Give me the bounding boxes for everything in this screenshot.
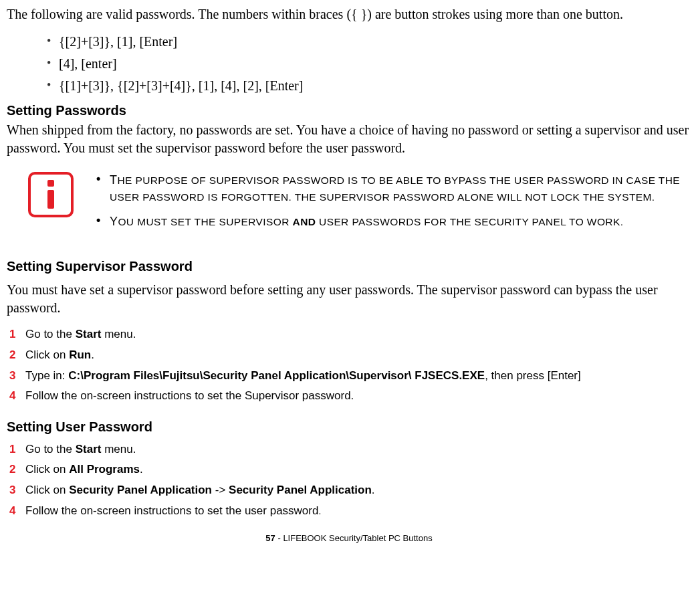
pw-example-3: {[1]+[3]}, {[2]+[3]+[4]}, [1], [4], [2],… [47, 77, 691, 95]
info-bullet-2: YOU MUST SET THE SUPERVISOR AND USER PAS… [94, 213, 691, 231]
page-footer: 57 - LIFEBOOK Security/Tablet PC Buttons [7, 532, 691, 544]
user-step-3: Click on Security Panel Application -> S… [7, 482, 691, 499]
page-number: 57 [265, 533, 275, 543]
footer-text: - LIFEBOOK Security/Tablet PC Buttons [275, 533, 433, 543]
setting-passwords-heading: Setting Passwords [7, 102, 691, 120]
supervisor-step-2: Click on Run. [7, 347, 691, 364]
info-content: THE PURPOSE OF SUPERVISOR PASSWORD IS TO… [94, 169, 691, 239]
info-icon [28, 172, 74, 217]
password-example-list: {[2]+[3]}, [1], [Enter] [4], [enter] {[1… [7, 33, 691, 95]
user-step-4: Follow the on-screen instructions to set… [7, 503, 691, 520]
supervisor-step-3: Type in: C:\Program Files\Fujitsu\Securi… [7, 368, 691, 385]
pw-example-2: [4], [enter] [47, 55, 691, 73]
supervisor-step-4: Follow the on-screen instructions to set… [7, 388, 691, 405]
supervisor-steps: Go to the Start menu. Click on Run. Type… [7, 326, 691, 405]
supervisor-password-heading: Setting Supervisor Password [7, 258, 691, 276]
user-steps: Go to the Start menu. Click on All Progr… [7, 441, 691, 520]
supervisor-step-1: Go to the Start menu. [7, 326, 691, 343]
pw-example-1: {[2]+[3]}, [1], [Enter] [47, 33, 691, 51]
user-step-1: Go to the Start menu. [7, 441, 691, 458]
intro-paragraph: The following are valid passwords. The n… [7, 5, 691, 23]
user-password-heading: Setting User Password [7, 418, 691, 436]
setting-passwords-body: When shipped from the factory, no passwo… [7, 121, 691, 157]
info-bullet-1: THE PURPOSE OF SUPERVISOR PASSWORD IS TO… [94, 171, 691, 205]
supervisor-password-body: You must have set a supervisor password … [7, 281, 691, 317]
user-step-2: Click on All Programs. [7, 461, 691, 478]
info-callout: THE PURPOSE OF SUPERVISOR PASSWORD IS TO… [7, 169, 691, 239]
